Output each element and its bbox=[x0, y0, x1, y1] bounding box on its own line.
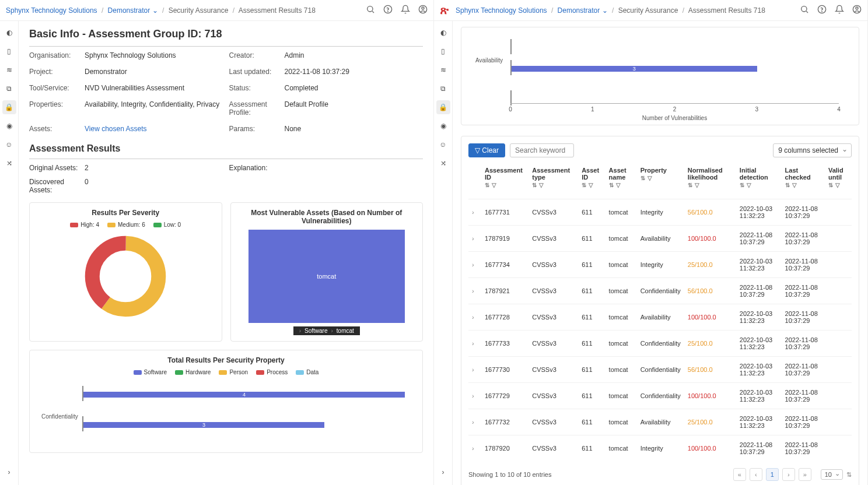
pager-size[interactable]: 10 bbox=[821, 469, 843, 480]
col-header[interactable]: Assessment ID⇅▽ bbox=[481, 163, 528, 199]
nav-dashboard-icon[interactable]: ◐ bbox=[2, 26, 16, 40]
nav-layers-icon[interactable]: ≋ bbox=[436, 63, 450, 77]
breadcrumb-project[interactable]: Demonstrator ⌄ bbox=[108, 6, 158, 15]
table-row: ›1677730CVSSv3611tomcatConfidentiality56… bbox=[468, 357, 852, 383]
nav-expand-icon[interactable]: › bbox=[2, 465, 16, 479]
nav-shuffle-icon[interactable]: ⤨ bbox=[436, 156, 450, 170]
nav-panel-icon[interactable]: ▯ bbox=[2, 44, 16, 58]
expand-row-icon[interactable]: › bbox=[472, 209, 474, 216]
col-header[interactable]: Asset name⇅▽ bbox=[606, 163, 637, 199]
sort-icon[interactable]: ⇅ bbox=[785, 182, 790, 188]
user-icon[interactable] bbox=[852, 5, 862, 16]
col-header[interactable]: Property⇅▽ bbox=[637, 163, 684, 199]
sidenav-right: ◐ ▯ ≋ ⧉ 🔒 ◉ ☺ ⤨ › bbox=[434, 21, 453, 485]
donut-chart bbox=[82, 233, 169, 320]
nav-lock-icon[interactable]: 🔒 bbox=[2, 100, 16, 114]
col-header[interactable]: Last checked⇅▽ bbox=[782, 163, 825, 199]
sidenav-left: ◐ ▯ ≋ ⧉ 🔒 ◉ ☺ ⤨ › bbox=[0, 21, 19, 485]
breadcrumb: Sphynx Technology Solutions / Demonstrat… bbox=[6, 6, 366, 15]
nav-shuffle-icon[interactable]: ⤨ bbox=[2, 156, 16, 170]
sort-icon[interactable]: ⇅ bbox=[609, 182, 614, 188]
svg-point-11 bbox=[822, 12, 822, 12]
breadcrumb-section: Security Assurance bbox=[169, 6, 229, 15]
sort-icon[interactable]: ⇅ bbox=[582, 182, 586, 188]
treemap-tile[interactable]: tomcat bbox=[249, 230, 405, 323]
pager-last[interactable]: » bbox=[799, 468, 811, 481]
svg-point-3 bbox=[388, 12, 388, 12]
expand-row-icon[interactable]: › bbox=[472, 419, 474, 426]
filter-icon[interactable]: ▽ bbox=[695, 182, 699, 188]
col-header[interactable]: Assessment type⇅▽ bbox=[528, 163, 578, 199]
col-header[interactable]: Normalised likelihood⇅▽ bbox=[684, 163, 736, 199]
expand-row-icon[interactable]: › bbox=[472, 445, 474, 452]
bell-icon[interactable] bbox=[401, 5, 410, 16]
pager-first[interactable]: « bbox=[733, 468, 746, 481]
nav-layers-icon[interactable]: ≋ bbox=[2, 63, 16, 77]
pager-next[interactable]: › bbox=[782, 468, 795, 481]
search-icon[interactable] bbox=[800, 5, 809, 16]
pager: Showing 1 to 10 of 10 entries « ‹ 1 › » … bbox=[468, 468, 852, 481]
filter-icon[interactable]: ▽ bbox=[589, 182, 593, 188]
filter-icon[interactable]: ▽ bbox=[492, 182, 496, 188]
help-icon[interactable] bbox=[383, 5, 393, 16]
filter-icon[interactable]: ▽ bbox=[792, 182, 797, 188]
view-assets-link[interactable]: View chosen Assets bbox=[85, 125, 223, 133]
breadcrumb-right: Sphynx Technology Solutions / Demonstrat… bbox=[456, 6, 800, 15]
nav-panel-icon[interactable]: ▯ bbox=[436, 44, 450, 58]
page-title: Basic Info - Assessment Group ID: 718 bbox=[29, 28, 423, 40]
clear-button[interactable]: ▽ Clear bbox=[468, 143, 505, 157]
breadcrumb-org[interactable]: Sphynx Technology Solutions bbox=[6, 6, 97, 15]
expand-row-icon[interactable]: › bbox=[472, 261, 474, 268]
filter-icon[interactable]: ▽ bbox=[616, 182, 621, 188]
availability-chart-card: Availability 3 0 1 2 3 4 Number of Vulne… bbox=[461, 27, 859, 125]
col-header[interactable]: Asset ID⇅▽ bbox=[578, 163, 605, 199]
sort-icon[interactable]: ⇅ bbox=[828, 182, 833, 188]
table-row: ›1677731CVSSv3611tomcatIntegrity56/100.0… bbox=[468, 199, 852, 226]
filter-icon[interactable]: ▽ bbox=[539, 182, 544, 188]
results-table: Assessment ID⇅▽Assessment type⇅▽Asset ID… bbox=[468, 163, 852, 461]
expand-row-icon[interactable]: › bbox=[472, 235, 474, 242]
search-input[interactable] bbox=[510, 143, 574, 157]
nav-expand-icon[interactable]: › bbox=[436, 465, 450, 479]
table-row: ›1677732CVSSv3611tomcatAvailability25/10… bbox=[468, 409, 852, 435]
expand-row-icon[interactable]: › bbox=[472, 366, 474, 373]
nav-eye-icon[interactable]: ◉ bbox=[2, 119, 16, 133]
columns-select[interactable]: 9 columns selected bbox=[773, 143, 852, 157]
logo-icon[interactable]: ጽ bbox=[440, 3, 449, 17]
expand-row-icon[interactable]: › bbox=[472, 392, 474, 399]
sort-icon[interactable]: ⇅ bbox=[532, 182, 537, 188]
nav-dashboard-icon[interactable]: ◐ bbox=[436, 26, 450, 40]
sort-icon[interactable]: ⇅ bbox=[688, 182, 692, 188]
help-icon[interactable] bbox=[817, 5, 827, 16]
search-icon[interactable] bbox=[366, 5, 375, 16]
svg-line-1 bbox=[372, 11, 374, 13]
filter-icon[interactable]: ▽ bbox=[835, 182, 840, 188]
expand-row-icon[interactable]: › bbox=[472, 314, 474, 321]
bell-icon[interactable] bbox=[835, 5, 844, 16]
topbar-left: Sphynx Technology Solutions / Demonstrat… bbox=[0, 0, 433, 21]
table-row: ›1677734CVSSv3611tomcatIntegrity25/100.0… bbox=[468, 252, 852, 278]
left-pane: Sphynx Technology Solutions / Demonstrat… bbox=[0, 0, 434, 485]
expand-row-icon[interactable]: › bbox=[472, 340, 474, 347]
expand-row-icon[interactable]: › bbox=[472, 287, 474, 294]
svg-point-13 bbox=[856, 7, 858, 9]
nav-lock-icon[interactable]: 🔒 bbox=[436, 100, 450, 114]
col-header[interactable]: Valid until⇅▽ bbox=[825, 163, 852, 199]
sort-icon[interactable]: ⇅ bbox=[640, 175, 645, 181]
treemap-breadcrumb[interactable]: ›Software ›tomcat bbox=[293, 326, 360, 335]
user-icon[interactable] bbox=[418, 5, 428, 16]
filter-icon[interactable]: ▽ bbox=[747, 182, 751, 188]
nav-copy-icon[interactable]: ⧉ bbox=[436, 82, 450, 96]
results-title: Assessment Results bbox=[29, 143, 423, 154]
svg-point-5 bbox=[422, 7, 424, 9]
nav-eye-icon[interactable]: ◉ bbox=[436, 119, 450, 133]
nav-users-icon[interactable]: ☺ bbox=[2, 138, 16, 152]
sort-icon[interactable]: ⇅ bbox=[485, 182, 489, 188]
col-header[interactable]: Initial detection⇅▽ bbox=[736, 163, 782, 199]
pager-prev[interactable]: ‹ bbox=[750, 468, 762, 481]
filter-icon[interactable]: ▽ bbox=[648, 175, 652, 181]
nav-users-icon[interactable]: ☺ bbox=[436, 138, 450, 152]
nav-copy-icon[interactable]: ⧉ bbox=[2, 82, 16, 96]
pager-page[interactable]: 1 bbox=[766, 468, 779, 481]
sort-icon[interactable]: ⇅ bbox=[740, 182, 744, 188]
